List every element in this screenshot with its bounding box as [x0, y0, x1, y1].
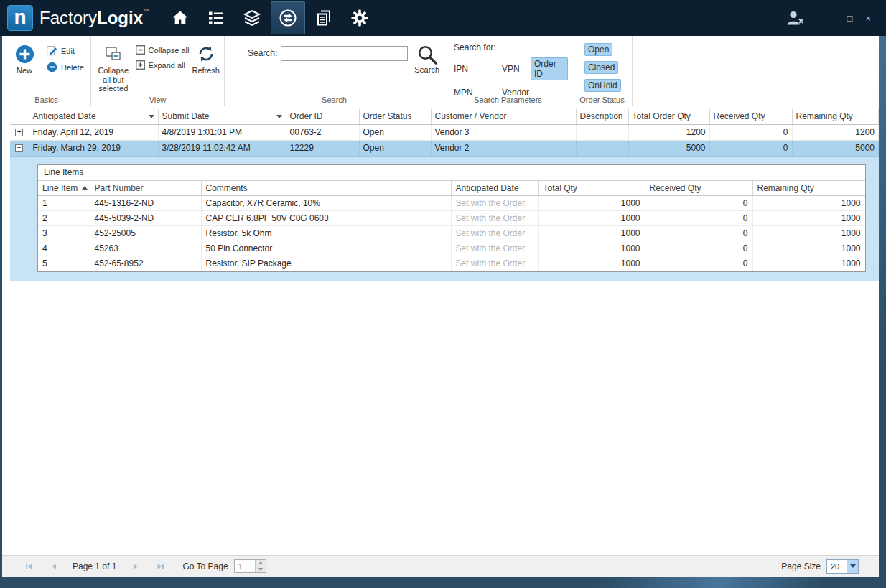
cell-total-qty: 1000 [538, 226, 645, 241]
spin-up-button[interactable] [256, 560, 266, 566]
col-order-id[interactable]: Order ID [286, 109, 359, 124]
order-row-selected[interactable]: − Friday, March 29, 2019 3/28/2019 11:02… [10, 140, 879, 156]
next-page-button[interactable] [131, 561, 141, 571]
line-item-row[interactable]: 5 452-65-8952 Resistor, SIP Package Set … [38, 256, 865, 271]
status-option-open[interactable]: Open [585, 44, 612, 55]
filter-option-ipn[interactable]: IPN [454, 64, 468, 74]
col-anticipated-date[interactable]: Anticipated Date [29, 109, 158, 124]
search-field-label: Search: [248, 46, 277, 58]
expand-all-label: Expand all [149, 61, 185, 70]
collapse-all-button[interactable]: Collapse all [136, 45, 190, 55]
filter-option-order-id[interactable]: Order ID [531, 58, 567, 80]
collapse-toggle-icon[interactable]: − [15, 144, 23, 152]
cell-description [576, 140, 628, 156]
logout-user-button[interactable] [785, 9, 805, 27]
cell-comments: Capacitor, X7R Ceramic, 10% [201, 196, 451, 211]
line-items-table: Line Item Part Number Comments Anticipat… [38, 181, 865, 271]
edit-button[interactable]: Edit [47, 45, 84, 56]
minimize-button[interactable]: – [822, 12, 840, 24]
cell-part-number: 452-65-8952 [90, 256, 201, 271]
page-size-dropdown-button[interactable] [847, 560, 858, 573]
filter-arrow-icon[interactable] [149, 115, 154, 118]
trademark: ™ [143, 8, 149, 14]
new-button[interactable]: New [8, 40, 41, 94]
col-received-qty[interactable]: Received Qty [709, 109, 792, 124]
refresh-button[interactable]: Refresh [192, 40, 220, 94]
col-submit-date[interactable]: Submit Date [158, 109, 286, 124]
ribbon-group-basics: New Edit Delete Basics [2, 36, 91, 106]
orders-header-row: Anticipated Date Submit Date Order ID Or… [10, 109, 879, 124]
col-total-qty[interactable]: Total Qty [538, 181, 645, 196]
col-description[interactable]: Description [576, 109, 628, 124]
col-comments[interactable]: Comments [201, 181, 451, 196]
goto-page-input[interactable] [235, 560, 255, 572]
col-part-number[interactable]: Part Number [90, 181, 201, 196]
nav-templates[interactable] [199, 1, 233, 34]
cell-received-qty: 0 [645, 196, 752, 211]
maximize-button[interactable]: □ [841, 12, 859, 24]
search-input[interactable] [281, 46, 408, 61]
col-li-received-qty[interactable]: Received Qty [645, 181, 752, 196]
line-item-row[interactable]: 2 445-5039-2-ND CAP CER 6.8PF 50V C0G 06… [38, 211, 865, 226]
nav-reports[interactable] [307, 1, 341, 34]
nav-batches[interactable] [235, 1, 269, 34]
col-li-anticipated-date[interactable]: Anticipated Date [451, 181, 538, 196]
collapse-all-but-selected-button[interactable]: Collapse all but selected [97, 40, 130, 94]
chevron-down-icon [850, 564, 856, 568]
search-icon [416, 44, 438, 65]
filter-arrow-icon[interactable] [276, 115, 282, 118]
order-detail-row: Line Items Line Item [10, 156, 879, 281]
cell-total-qty: 1000 [538, 241, 645, 256]
search-button[interactable]: Search [414, 44, 439, 74]
cell-remaining-qty: 1200 [792, 124, 879, 140]
nav-receiving[interactable] [271, 1, 305, 34]
new-label: New [17, 66, 32, 75]
cell-anticipated-date: Set with the Order [451, 256, 538, 271]
line-item-row[interactable]: 3 452-25005 Resistor, 5k Ohm Set with th… [38, 226, 865, 241]
expand-column-header [10, 109, 29, 124]
line-items-panel: Line Items Line Item [37, 164, 866, 272]
cell-total-qty: 1000 [538, 196, 645, 211]
last-page-button[interactable] [156, 561, 166, 571]
ribbon-group-view: Collapse all but selected Collapse all E… [91, 36, 225, 106]
col-total-order-qty[interactable]: Total Order Qty [628, 109, 709, 124]
group-label-basics: Basics [2, 95, 90, 104]
goto-page-label: Go To Page [182, 561, 228, 571]
cell-received-qty: 0 [645, 241, 752, 256]
close-button[interactable]: × [859, 12, 877, 24]
ribbon-group-search: Search: Search Search [225, 36, 444, 106]
next-page-icon [131, 562, 140, 571]
status-option-onhold[interactable]: OnHold [585, 80, 620, 91]
page-size-label: Page Size [781, 561, 821, 571]
cell-remaining-qty: 1000 [752, 256, 865, 271]
new-plus-icon [15, 42, 34, 66]
filter-option-vpn[interactable]: VPN [502, 64, 520, 74]
col-order-status[interactable]: Order Status [359, 109, 431, 124]
nav-home[interactable] [163, 1, 197, 34]
order-row[interactable]: + Friday, April 12, 2019 4/8/2019 1:01:0… [10, 124, 879, 140]
edit-label: Edit [61, 47, 75, 55]
page-size-select[interactable]: 20 [826, 559, 859, 574]
cell-received-qty: 0 [709, 124, 792, 140]
col-customer-vendor[interactable]: Customer / Vendor [431, 109, 576, 124]
col-li-remaining-qty[interactable]: Remaining Qty [752, 181, 865, 196]
last-page-icon [157, 562, 165, 571]
col-remaining-qty[interactable]: Remaining Qty [792, 109, 879, 124]
col-line-item[interactable]: Line Item [38, 181, 90, 196]
pager-bar: Page 1 of 1 Go To Page Page Size 20 [2, 555, 879, 577]
app-title: FactoryLogix™ [39, 8, 149, 28]
expand-toggle-icon[interactable]: + [15, 129, 23, 136]
user-x-icon [785, 9, 805, 27]
line-item-row[interactable]: 4 45263 50 Pin Connector Set with the Or… [38, 241, 865, 256]
delete-button[interactable]: Delete [47, 62, 84, 73]
expand-all-button[interactable]: Expand all [136, 60, 190, 70]
line-item-row[interactable]: 1 445-1316-2-ND Capacitor, X7R Ceramic, … [38, 196, 865, 211]
spin-down-button[interactable] [256, 566, 266, 573]
layers-icon [243, 9, 261, 27]
prev-page-button[interactable] [49, 561, 59, 571]
first-page-button[interactable] [24, 561, 34, 571]
nav-settings[interactable] [342, 1, 377, 34]
status-option-closed[interactable]: Closed [585, 62, 617, 73]
cell-remaining-qty: 1000 [752, 196, 865, 211]
col-line-item-label: Line Item [42, 183, 78, 193]
